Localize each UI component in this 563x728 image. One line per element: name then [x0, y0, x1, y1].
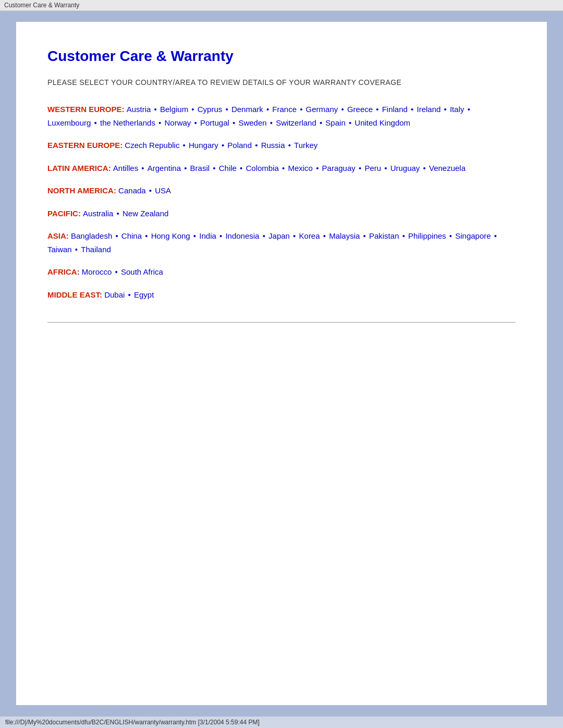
country-link-germany[interactable]: Germany — [306, 105, 338, 114]
bullet: • — [374, 105, 381, 114]
country-link-venezuela[interactable]: Venezuela — [429, 164, 466, 172]
outer-wrapper: Customer Care & Warranty PLEASE SELECT Y… — [0, 11, 563, 716]
bullet: • — [180, 141, 188, 150]
page-container: Customer Care & Warranty PLEASE SELECT Y… — [16, 21, 547, 706]
country-link-sweden[interactable]: Sweden — [238, 118, 266, 127]
divider — [47, 322, 516, 323]
bullet: • — [73, 245, 80, 254]
country-link-japan[interactable]: Japan — [268, 231, 290, 240]
regions-container: WESTERN EUROPE: Austria • Belgium • Cypr… — [47, 103, 516, 301]
bullet: • — [253, 141, 260, 150]
country-link-poland[interactable]: Poland — [227, 141, 252, 150]
country-link-united-kingdom[interactable]: United Kingdom — [354, 118, 410, 127]
bullet: • — [191, 231, 199, 240]
country-link-canada[interactable]: Canada — [118, 186, 146, 195]
country-link-malaysia[interactable]: Malaysia — [329, 231, 360, 240]
bullet: • — [147, 186, 154, 195]
region-western-europe: WESTERN EUROPE: Austria • Belgium • Cypr… — [47, 103, 516, 129]
country-link-chile[interactable]: Chile — [219, 164, 237, 172]
bullet: • — [339, 105, 346, 114]
bullet: • — [357, 164, 364, 172]
region-africa: AFRICA: Morocco • South Africa — [47, 265, 516, 279]
country-link-taiwan[interactable]: Taiwan — [47, 245, 72, 254]
country-link-philippines[interactable]: Philippines — [408, 231, 446, 240]
country-link-hong-kong[interactable]: Hong Kong — [151, 231, 190, 240]
bullet: • — [400, 231, 407, 240]
bullet: • — [92, 118, 99, 127]
country-link-indonesia[interactable]: Indonesia — [225, 231, 259, 240]
country-link-usa[interactable]: USA — [155, 186, 171, 195]
country-link-spain[interactable]: Spain — [325, 118, 345, 127]
region-latin-america: LATIN AMERICA: Antilles • Argentina • Br… — [47, 162, 516, 175]
country-link-brasil[interactable]: Brasil — [190, 164, 210, 172]
region-middle-east: MIDDLE EAST: Dubai • Egypt — [47, 288, 516, 302]
country-link-colombia[interactable]: Colombia — [246, 164, 278, 172]
bullet: • — [286, 141, 293, 150]
bullet: • — [361, 231, 368, 240]
country-link-singapore[interactable]: Singapore — [455, 231, 491, 240]
country-link-egypt[interactable]: Egypt — [134, 290, 154, 299]
country-link-luxembourg[interactable]: Luxembourg — [47, 118, 91, 127]
bullet: • — [260, 231, 267, 240]
bullet: • — [223, 105, 230, 114]
country-link-antilles[interactable]: Antilles — [113, 164, 138, 172]
region-label-western-europe: WESTERN EUROPE: — [47, 105, 127, 114]
country-link-denmark[interactable]: Denmark — [231, 105, 263, 114]
bullet: • — [442, 105, 449, 114]
country-link-hungary[interactable]: Hungary — [189, 141, 218, 150]
bullet: • — [321, 231, 328, 240]
region-label-latin-america: LATIN AMERICA: — [47, 164, 113, 172]
bullet: • — [465, 105, 470, 114]
country-link-czech-republic[interactable]: Czech Republic — [125, 141, 179, 150]
country-link-thailand[interactable]: Thailand — [81, 245, 111, 254]
bullet: • — [156, 118, 164, 127]
bullet: • — [238, 164, 245, 172]
country-link-pakistan[interactable]: Pakistan — [369, 231, 399, 240]
country-link-ireland[interactable]: Ireland — [417, 105, 440, 114]
bullet: • — [291, 231, 298, 240]
bullet: • — [264, 105, 272, 114]
country-link-finland[interactable]: Finland — [382, 105, 408, 114]
country-link-greece[interactable]: Greece — [347, 105, 373, 114]
bullet: • — [192, 118, 199, 127]
bullet: • — [126, 290, 133, 299]
title-bar: Customer Care & Warranty — [0, 0, 563, 11]
country-link-korea[interactable]: Korea — [299, 231, 320, 240]
bullet: • — [447, 231, 455, 240]
country-link-portugal[interactable]: Portugal — [200, 118, 229, 127]
country-link-russia[interactable]: Russia — [261, 141, 285, 150]
country-link-cyprus[interactable]: Cyprus — [198, 105, 223, 114]
country-link-india[interactable]: India — [199, 231, 216, 240]
country-link-france[interactable]: France — [272, 105, 297, 114]
country-link-south-africa[interactable]: South Africa — [121, 267, 163, 276]
country-link-switzerland[interactable]: Switzerland — [276, 118, 316, 127]
region-pacific: PACIFIC: Australia • New Zealand — [47, 207, 516, 220]
country-link-peru[interactable]: Peru — [364, 164, 381, 172]
bullet: • — [421, 164, 428, 172]
country-link-china[interactable]: China — [121, 231, 142, 240]
region-label-africa: AFRICA: — [47, 267, 82, 276]
bullet: • — [268, 118, 275, 127]
country-link-bangladesh[interactable]: Bangladesh — [71, 231, 112, 240]
bullet: • — [139, 164, 146, 172]
country-link-austria[interactable]: Austria — [127, 105, 151, 114]
bullet: • — [189, 105, 197, 114]
bullet: • — [182, 164, 189, 172]
country-link-morocco[interactable]: Morocco — [82, 267, 112, 276]
country-link-dubai[interactable]: Dubai — [104, 290, 125, 299]
bullet: • — [280, 164, 287, 172]
bullet: • — [152, 105, 159, 114]
country-link-norway[interactable]: Norway — [164, 118, 191, 127]
region-label-north-america: NORTH AMERICA: — [47, 186, 118, 195]
country-link-paraguay[interactable]: Paraguay — [322, 164, 356, 172]
bullet: • — [217, 231, 225, 240]
country-link-uruguay[interactable]: Uruguay — [390, 164, 420, 172]
country-link-belgium[interactable]: Belgium — [160, 105, 188, 114]
country-link-argentina[interactable]: Argentina — [148, 164, 181, 172]
country-link-australia[interactable]: Australia — [83, 209, 113, 218]
country-link-mexico[interactable]: Mexico — [288, 164, 313, 172]
country-link-italy[interactable]: Italy — [450, 105, 464, 114]
country-link-the-netherlands[interactable]: the Netherlands — [100, 118, 155, 127]
country-link-new-zealand[interactable]: New Zealand — [123, 209, 168, 218]
country-link-turkey[interactable]: Turkey — [294, 141, 317, 150]
